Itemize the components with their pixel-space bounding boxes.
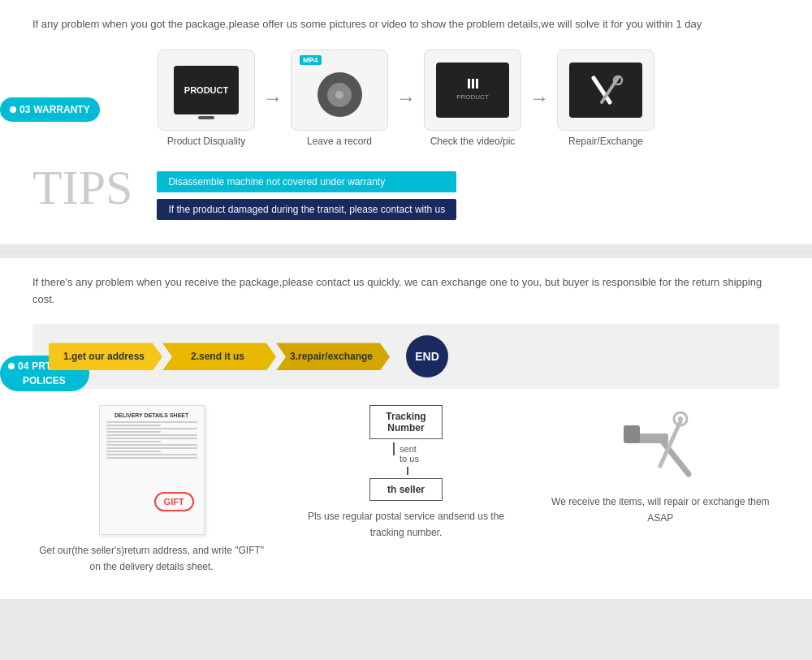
gift-label: GIFT xyxy=(154,492,194,511)
tools-icon-box xyxy=(557,50,654,131)
sheet-line-5 xyxy=(106,434,197,436)
tips-section: TIPS Disassemble machine not covered und… xyxy=(32,163,780,220)
svg-point-8 xyxy=(678,416,683,421)
video-icon: PRODUCT xyxy=(436,63,509,118)
end-badge: END xyxy=(406,335,448,377)
seller-box: th seller xyxy=(369,478,443,501)
svg-rect-4 xyxy=(624,425,640,443)
return-card-desc-1: Get our(the seller's)return address, and… xyxy=(38,543,266,574)
return-badge-dot xyxy=(8,363,15,369)
warranty-intro: If any problem when you got the package,… xyxy=(32,16,780,33)
badge-text: WARRANTY xyxy=(33,104,89,115)
sheet-line-11 xyxy=(106,454,197,455)
badge-number: 03 xyxy=(19,104,30,115)
tools-svg xyxy=(615,409,705,482)
tips-title: TIPS xyxy=(32,163,132,212)
return-badge-number: 04 xyxy=(18,360,28,372)
process-item-1: PRODUCT Product Disquality xyxy=(158,50,255,147)
sheet-line-9 xyxy=(106,447,197,449)
process-item-2: MP4 Leave a record xyxy=(291,50,388,147)
sheet-line-3 xyxy=(106,428,197,429)
sheet-line-2 xyxy=(106,425,161,426)
sheet-line-1 xyxy=(106,421,197,423)
speaker-dot xyxy=(335,91,343,99)
tracking-number-box: Tracking Number xyxy=(369,405,443,439)
process-item-3: PRODUCT Check the video/pic xyxy=(424,50,521,147)
arrow-2: → xyxy=(396,87,416,110)
sheet-line-8 xyxy=(106,444,197,446)
repair-tools-icon xyxy=(611,405,709,486)
return-card-1: DELIVERY DETAILS SHEET GIFT G xyxy=(38,405,266,574)
to-us-label: to us xyxy=(400,454,419,464)
step-label-2: 2.send it us xyxy=(162,343,276,370)
speaker-inner xyxy=(327,83,352,107)
return-badge-line2: POLICES xyxy=(8,375,66,386)
return-intro: If there's any problem when you receive … xyxy=(32,274,780,308)
step-item-1: 1.get our address xyxy=(49,343,162,370)
tip-2: If the product damaged during the transi… xyxy=(157,199,456,220)
badge-dot xyxy=(10,106,16,113)
speaker-icon xyxy=(317,72,362,117)
return-card-2: Tracking Number sent to us th seller Pls… xyxy=(292,405,520,540)
delivery-sheet: DELIVERY DETAILS SHEET GIFT xyxy=(99,405,205,535)
tracking-diagram: Tracking Number sent to us th seller xyxy=(369,405,443,501)
step-item-3: 3.repair/exchange xyxy=(276,343,390,370)
sent-to-us-label: sent xyxy=(400,444,419,454)
video-icon-box: PRODUCT xyxy=(424,50,521,131)
process-label-4: Repair/Exchange xyxy=(568,136,643,147)
product-icon: PRODUCT xyxy=(174,66,239,114)
sheet-lines xyxy=(106,421,197,459)
steps-bar: 1.get our address 2.send it us 3.repair/… xyxy=(32,324,780,389)
section-divider xyxy=(0,251,812,252)
sheet-line-10 xyxy=(106,451,161,452)
process-item-4: Repair/Exchange xyxy=(557,50,654,147)
return-card-3: We receive the items, will repair or exc… xyxy=(546,405,774,525)
step-label-1: 1.get our address xyxy=(49,343,162,370)
tracking-number-label: Number xyxy=(382,422,430,434)
mp4-badge: MP4 xyxy=(300,55,322,65)
return-card-desc-3: We receive the items, will repair or exc… xyxy=(546,494,774,525)
product-icon-box: PRODUCT xyxy=(158,50,255,131)
tools-icon xyxy=(569,63,642,118)
mp4-icon-box: MP4 xyxy=(291,50,388,131)
step-label-3: 3.repair/exchange xyxy=(276,343,390,370)
process-label-3: Check the video/pic xyxy=(430,136,516,147)
warranty-section: 03 WARRANTY If any problem when you got … xyxy=(0,0,812,244)
warranty-badge: 03 WARRANTY xyxy=(0,97,100,122)
process-label-1: Product Disquality xyxy=(167,136,246,147)
return-cards: DELIVERY DETAILS SHEET GIFT G xyxy=(32,405,780,574)
arrow-1: → xyxy=(263,87,283,110)
return-card-desc-2: Pls use regular postal service andsend u… xyxy=(292,509,520,540)
sheet-line-6 xyxy=(106,438,197,439)
step-item-2: 2.send it us xyxy=(162,343,276,370)
tips-content: Disassemble machine not covered under wa… xyxy=(157,163,456,220)
return-section: 04 PRTURN POLICES If there's any problem… xyxy=(0,258,812,599)
svg-line-0 xyxy=(594,78,610,102)
process-label-2: Leave a record xyxy=(307,136,372,147)
sheet-title: DELIVERY DETAILS SHEET xyxy=(106,412,197,418)
process-flow: PRODUCT Product Disquality → MP4 Leave a… xyxy=(32,50,780,147)
sheet-line-4 xyxy=(106,431,161,433)
sheet-line-7 xyxy=(106,441,161,442)
tracking-label: Tracking xyxy=(382,411,430,422)
arrow-3: → xyxy=(529,87,549,110)
tip-1: Disassemble machine not covered under wa… xyxy=(157,171,456,192)
sheet-line-12 xyxy=(106,457,197,459)
